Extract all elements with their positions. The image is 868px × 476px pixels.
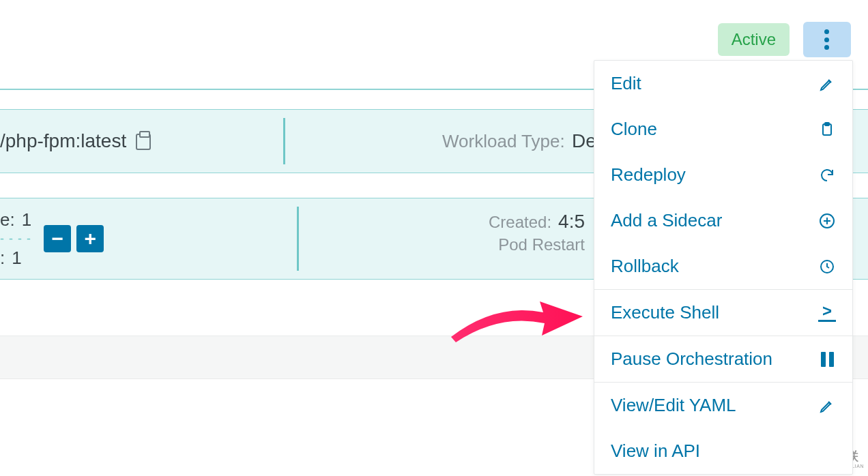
menu-label: Pause Orchestration — [611, 348, 772, 370]
kebab-icon — [824, 29, 830, 50]
workload-type-label: Workload Type: — [442, 131, 565, 152]
blank-icon — [818, 443, 836, 460]
actions-menu-button[interactable] — [803, 22, 851, 57]
pod-restart-label: Pod Restart — [498, 235, 585, 254]
menu-item-rollback[interactable]: Rollback — [594, 243, 852, 289]
divider-dashes: - - - - — [0, 232, 31, 246]
plus-circle-icon — [818, 212, 836, 230]
scale-value-top: 1 — [22, 209, 31, 230]
scale-down-button[interactable]: − — [44, 225, 71, 252]
history-icon — [818, 258, 836, 276]
vertical-divider — [283, 118, 285, 164]
pause-icon — [818, 351, 836, 368]
scale-label-bottom: : — [0, 248, 5, 269]
menu-item-edit[interactable]: Edit — [594, 61, 852, 106]
clipboard-icon — [818, 121, 836, 138]
menu-item-view-api[interactable]: View in API — [594, 428, 852, 474]
pencil-icon — [818, 397, 836, 415]
menu-label: View in API — [611, 441, 700, 462]
scale-value-bottom: 1 — [12, 248, 21, 269]
status-badge: Active — [718, 23, 790, 56]
menu-item-add-sidecar[interactable]: Add a Sidecar — [594, 198, 852, 243]
redo-icon — [818, 166, 836, 184]
created-value: 4:5 — [558, 211, 585, 233]
menu-label: Execute Shell — [611, 302, 719, 323]
menu-item-clone[interactable]: Clone — [594, 106, 852, 152]
pencil-icon — [818, 75, 836, 93]
menu-label: Edit — [611, 73, 641, 94]
menu-label: Redeploy — [611, 164, 686, 185]
menu-item-pause-orchestration[interactable]: Pause Orchestration — [594, 336, 852, 382]
created-label: Created: — [489, 213, 551, 232]
menu-label: View/Edit YAML — [611, 395, 736, 416]
scale-up-button[interactable]: + — [76, 225, 104, 252]
menu-label: Clone — [611, 119, 657, 140]
menu-item-redeploy[interactable]: Redeploy — [594, 152, 852, 198]
actions-dropdown: Edit Clone Redeploy Add a Sidecar Rollba… — [594, 60, 853, 475]
scale-label-top: e: — [0, 209, 15, 230]
menu-item-execute-shell[interactable]: Execute Shell > — [594, 290, 852, 336]
menu-item-view-yaml[interactable]: View/Edit YAML — [594, 383, 852, 428]
workload-type-value: De — [572, 130, 596, 152]
copy-icon[interactable] — [136, 132, 151, 150]
menu-label: Add a Sidecar — [611, 210, 722, 231]
menu-label: Rollback — [611, 256, 679, 277]
image-name: /php-fpm:latest — [0, 130, 126, 152]
shell-icon: > — [818, 304, 836, 322]
vertical-divider — [297, 207, 299, 271]
